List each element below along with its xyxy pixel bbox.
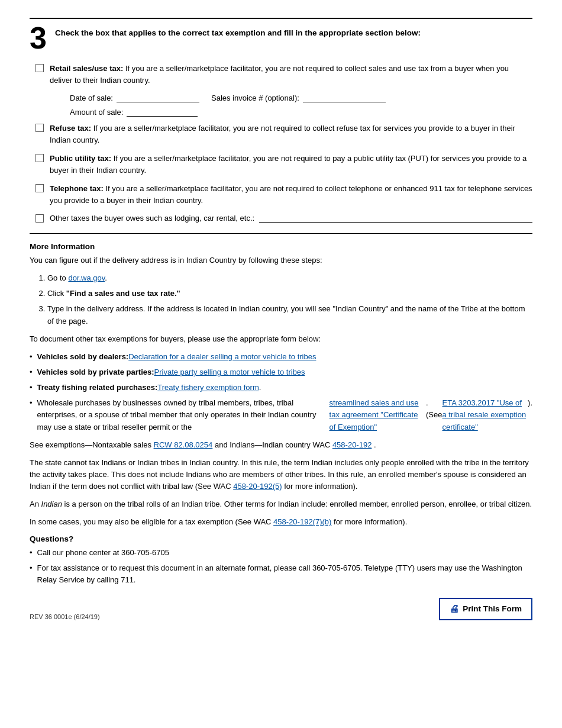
print-button-label: Print This Form [463,604,522,613]
wholesale-end: ). [528,397,532,409]
amount-of-sale-group: Amount of sale: [70,107,198,117]
date-invoice-row: Date of sale: Sales invoice # (optional)… [70,93,532,102]
exemptions-text-end: . [374,440,376,449]
question-phone-text: Call our phone center at 360-705-6705 [37,547,169,559]
question-phone: Call our phone center at 360-705-6705 [30,547,532,559]
question-tty-text: For tax assistance or to request this do… [37,562,532,586]
amount-row: Amount of sale: [70,107,532,117]
page-footer: REV 36 0001e (6/24/19) 🖨 Print This Form [30,598,532,620]
private-parties-link[interactable]: Private party selling a motor vehicle to… [154,366,305,378]
treaty-link[interactable]: Treaty fishery exemption form [157,382,259,394]
checkbox-public-utility[interactable] [35,154,44,162]
public-utility-label-text: If you are a seller/marketplace facilita… [50,154,527,175]
other-taxes-row: Other taxes the buyer owes such as lodgi… [35,213,532,223]
state-tax-end: for more information). [284,482,357,491]
treaty-period: . [259,382,261,394]
telephone-tax-text: Telephone tax: If you are a seller/marke… [50,183,532,206]
refuse-tax-label-text: If you are a seller/marketplace facilita… [50,124,515,144]
dor-wa-gov-link[interactable]: dor.wa.gov [68,273,105,282]
step-3: Type in the delivery address. If the add… [47,303,532,327]
rcw-link[interactable]: RCW 82.08.0254 [154,440,213,449]
question-tty: For tax assistance or to request this do… [30,562,532,586]
more-info-section: More Information You can figure out if t… [30,242,532,529]
step-2-text: Click "Find a sales and use tax rate." [47,289,180,298]
checkbox-public-utility-row: Public utility tax: If you are a seller/… [35,153,532,176]
steps-list: Go to dor.wa.gov. Click "Find a sales an… [47,272,532,327]
bullet-treaty-label: Treaty fishing related purchases: [37,382,158,394]
retail-sales-text: Retail sales/use tax: If you are a selle… [50,63,532,86]
section-title: Check the box that applies to the correc… [55,25,421,37]
checkbox-refuse-tax[interactable] [35,124,44,132]
footer-rev: REV 36 0001e (6/24/19) [30,613,100,620]
public-utility-text: Public utility tax: If you are a seller/… [50,153,532,176]
date-of-sale-group: Date of sale: [70,93,199,102]
eta-link[interactable]: ETA 3203.2017 "Use of a tribal resale ex… [443,397,528,433]
telephone-tax-label-text: If you are a seller/marketplace facilita… [50,184,532,205]
checkbox-telephone-tax[interactable] [35,184,44,192]
indian-def-text: is a person on the tribal rolls of an In… [64,500,532,508]
bullet-dealers: Vehicles sold by dealers: Declaration fo… [30,351,532,363]
wac-192-7b-link[interactable]: 458-20-192(7)(b) [273,517,331,526]
more-info-intro: You can figure out if the delivery addre… [30,255,532,266]
telephone-tax-label-bold: Telephone tax: [50,184,104,193]
step-1-text-before: Go to [47,273,68,282]
bullet-wholesale: Wholesale purchases by businesses owned … [30,397,532,433]
streamlined-link[interactable]: streamlined sales and use tax agreement … [330,397,426,433]
questions-title: Questions? [30,534,532,543]
some-cases-before: In some cases, you may also be eligible … [30,517,273,526]
fields-block: Date of sale: Sales invoice # (optional)… [50,93,532,117]
amount-of-sale-label: Amount of sale: [70,108,123,117]
wholesale-text-before: Wholesale purchases by businesses owned … [37,397,330,433]
other-taxes-input[interactable] [259,213,532,223]
checkbox-retail-sales[interactable] [35,64,44,72]
date-of-sale-label: Date of sale: [70,94,113,102]
sales-invoice-group: Sales invoice # (optional): [211,93,386,102]
dealers-link[interactable]: Declaration for a dealer selling a motor… [128,351,316,363]
checkbox-retail-sales-row: Retail sales/use tax: If you are a selle… [35,63,532,86]
section-divider [30,233,532,234]
step-1-text-after: . [105,273,107,282]
date-of-sale-input[interactable] [117,93,199,102]
amount-of-sale-input[interactable] [127,107,198,117]
bullet-treaty: Treaty fishing related purchases: Treaty… [30,382,532,394]
checkbox-other-taxes[interactable] [35,214,44,223]
bullet-private-label: Vehicles sold by private parties: [37,366,154,378]
questions-list: Call our phone center at 360-705-6705 Fo… [30,547,532,586]
section-number: 3 [30,22,47,53]
indian-definition-para: An Indian is a person on the tribal roll… [30,498,532,510]
exemptions-para: See exemptions—Nontaxable sales RCW 82.0… [30,439,532,451]
wholesale-see: . (See [426,397,442,421]
checkbox-telephone-tax-row: Telephone tax: If you are a seller/marke… [35,183,532,206]
bullet-dealers-label: Vehicles sold by dealers: [37,351,129,363]
step-2: Click "Find a sales and use tax rate." [47,288,532,299]
refuse-tax-text: Refuse tax: If you are a seller/marketpl… [50,123,532,146]
print-button[interactable]: 🖨 Print This Form [439,598,532,620]
sales-invoice-input[interactable] [303,93,386,102]
questions-section: Questions? Call our phone center at 360-… [30,534,532,586]
indian-italic: An Indian [30,500,62,508]
other-taxes-label: Other taxes the buyer owes such as lodgi… [50,214,254,223]
some-cases-para: In some cases, you may also be eligible … [30,516,532,528]
exemptions-text-middle: and Indians—Indian country WAC [215,440,332,449]
bullet-private: Vehicles sold by private parties: Privat… [30,366,532,378]
section-3-header: 3 Check the box that applies to the corr… [30,18,532,53]
refuse-tax-label-bold: Refuse tax: [50,124,91,133]
public-utility-label-bold: Public utility tax: [50,154,111,163]
sales-invoice-label: Sales invoice # (optional): [211,94,299,102]
other-taxes-content: Other taxes the buyer owes such as lodgi… [50,213,532,223]
some-cases-end: for more information). [334,517,407,526]
step-1: Go to dor.wa.gov. [47,272,532,284]
checkbox-refuse-tax-row: Refuse tax: If you are a seller/marketpl… [35,123,532,146]
step-3-text: Type in the delivery address. If the add… [47,304,525,325]
wac-192-5-link[interactable]: 458-20-192(5) [233,482,282,491]
exemptions-text-before: See exemptions—Nontaxable sales [30,440,154,449]
wac-link[interactable]: 458-20-192 [332,440,372,449]
retail-sales-label-bold: Retail sales/use tax: [50,64,123,73]
doc-text: To document other tax exemptions for buy… [30,333,532,345]
more-info-title: More Information [30,242,532,251]
bullets-list: Vehicles sold by dealers: Declaration fo… [30,351,532,433]
printer-icon: 🖨 [450,604,459,614]
state-cannot-tax-para: The state cannot tax Indians or Indian t… [30,457,532,492]
